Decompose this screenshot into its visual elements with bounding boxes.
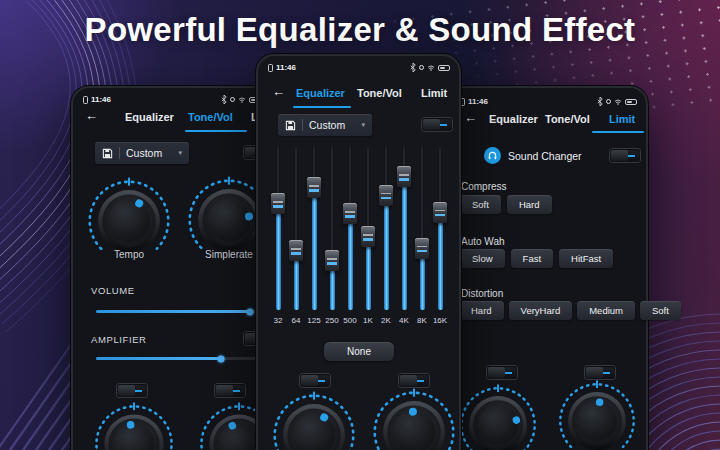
active-tab-underline [293,106,351,108]
bottom-knob-1[interactable] [455,382,541,450]
battery-icon [438,65,450,71]
compress-soft-button[interactable]: Soft [460,195,501,214]
freq-label: 500 [342,316,358,325]
divider [302,119,303,131]
freq-label: 32 [270,316,286,325]
distortion-options: Hard VeryHard Medium Soft [459,301,681,320]
back-button[interactable]: ← [85,108,98,123]
knob-toggle-1[interactable] [117,384,147,397]
bottom-knob-1[interactable] [268,389,360,450]
volume-label: VOLUME [91,285,135,296]
status-time: 11:46 [468,97,488,106]
chevron-down-icon: ▾ [361,121,365,129]
preset-dropdown[interactable]: Custom ▾ [278,114,372,136]
eq-fill [276,200,281,310]
eq-band-4k[interactable] [396,146,412,310]
phone-tone-vol: 11:46 ← Equalizer Tone/Vol Limit Custom … [73,88,270,450]
auto-wah-hitfast-button[interactable]: HitFast [559,249,613,268]
volume-slider[interactable] [96,310,256,313]
amplifier-slider-handle[interactable] [217,355,224,362]
phone-equalizer: 11:46 ← Equalizer Tone/Vol Limit Custom … [258,56,459,450]
bluetooth-icon [597,97,603,106]
eq-band-8k[interactable] [414,146,430,310]
tab-tone-vol[interactable]: Tone/Vol [357,87,402,99]
back-button[interactable]: ← [272,84,285,99]
eq-slider-handle[interactable] [343,203,357,224]
chevron-down-icon: ▾ [178,149,182,157]
distortion-medium-button[interactable]: Medium [577,301,635,320]
data-circle-icon [606,99,611,104]
wifi-icon [614,99,622,105]
wifi-icon [427,65,435,71]
status-time: 11:46 [276,63,296,72]
active-tab-underline [592,131,644,133]
simplerate-label: Simplerate [191,249,267,260]
eq-fill [294,254,299,310]
tab-limit[interactable]: Limit [421,87,447,99]
eq-band-64[interactable] [288,146,304,310]
eq-slider-handle[interactable] [307,177,321,198]
eq-slider-handle[interactable] [289,240,303,261]
amplifier-slider[interactable] [96,357,256,360]
tab-equalizer[interactable]: Equalizer [296,87,345,99]
preset-dropdown[interactable]: Custom ▾ [95,142,189,164]
none-preset-button[interactable]: None [324,342,394,361]
distortion-label: Distortion [461,288,503,299]
eq-fill [438,210,443,310]
distortion-veryhard-button[interactable]: VeryHard [509,301,573,320]
bottom-knob-2[interactable] [554,378,640,450]
sound-changer-toggle[interactable] [610,149,640,162]
auto-wah-fast-button[interactable]: Fast [511,249,553,268]
knob-toggle-1[interactable] [487,366,517,379]
auto-wah-slow-button[interactable]: Slow [460,249,505,268]
status-time: 11:46 [91,95,111,104]
knob-toggle-2[interactable] [215,384,245,397]
preset-value: Custom [126,147,172,159]
tab-equalizer[interactable]: Equalizer [125,111,174,123]
eq-enable-toggle[interactable] [422,118,452,131]
knob-toggle-1[interactable] [300,374,330,387]
eq-fill [312,182,317,310]
distortion-hard-button[interactable]: Hard [459,301,504,320]
eq-fill [348,212,353,310]
tab-limit[interactable]: Limit [609,113,635,125]
eq-band-1k[interactable] [360,146,376,310]
wifi-icon [238,97,246,103]
eq-fill [330,266,335,310]
eq-slider-handle[interactable] [361,226,375,247]
freq-label: 8K [414,316,430,325]
eq-band-250[interactable] [324,146,340,310]
data-circle-icon [419,65,424,70]
eq-slider-handle[interactable] [325,250,339,271]
eq-slider-handle[interactable] [271,193,285,214]
save-icon [285,120,296,131]
save-icon [102,148,113,159]
amplifier-slider-fill [96,357,221,360]
back-button[interactable]: ← [464,110,477,125]
bluetooth-icon [410,63,416,72]
eq-fill [402,169,407,310]
compress-hard-button[interactable]: Hard [507,195,552,214]
amplifier-label: AMPLIFIER [91,334,147,345]
eq-band-2k[interactable] [378,146,394,310]
eq-band-125[interactable] [306,146,322,310]
eq-slider-handle[interactable] [379,185,393,206]
compress-options: Soft Hard [460,195,552,214]
distortion-soft-button[interactable]: Soft [640,301,681,320]
eq-slider-handle[interactable] [415,238,429,259]
tab-equalizer[interactable]: Equalizer [489,113,538,125]
eq-frequency-labels: 32 64 125 250 500 1K 2K 4K 8K 16K [270,316,448,325]
tempo-label: Tempo [91,249,167,260]
bottom-knob-1[interactable] [90,400,178,450]
eq-band-16k[interactable] [432,146,448,310]
eq-band-500[interactable] [342,146,358,310]
tab-tone-vol[interactable]: Tone/Vol [188,111,233,123]
eq-slider-handle[interactable] [397,166,411,187]
auto-wah-label: Auto Wah [461,236,505,247]
bottom-knob-2[interactable] [368,386,460,450]
volume-slider-handle[interactable] [246,308,253,315]
eq-slider-handle[interactable] [433,202,447,223]
eq-band-32[interactable] [270,146,286,310]
tab-tone-vol[interactable]: Tone/Vol [545,113,590,125]
freq-label: 2K [378,316,394,325]
